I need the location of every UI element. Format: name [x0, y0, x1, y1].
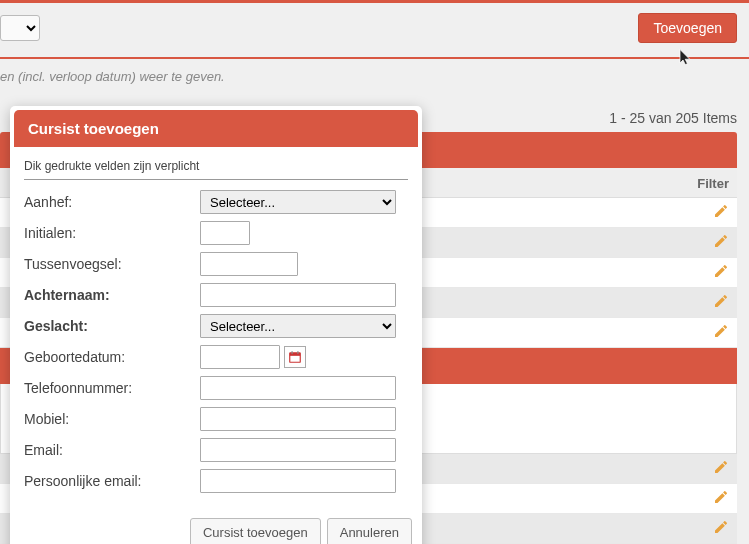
top-select[interactable]	[0, 15, 40, 41]
mobiel-label: Mobiel:	[24, 411, 200, 427]
initialen-input[interactable]	[200, 221, 250, 245]
annuleren-button[interactable]: Annuleren	[327, 518, 412, 544]
email-input[interactable]	[200, 438, 396, 462]
toolbar: Toevoegen	[0, 0, 749, 59]
tussenvoegsel-label: Tussenvoegsel:	[24, 256, 200, 272]
svg-rect-2	[292, 351, 293, 354]
achternaam-label: Achternaam:	[24, 287, 200, 303]
mobiel-input[interactable]	[200, 407, 396, 431]
persoonlijke-email-label: Persoonlijke email:	[24, 473, 200, 489]
instruction-text: en (incl. verloop datum) weer te geven.	[0, 59, 749, 110]
achternaam-input[interactable]	[200, 283, 396, 307]
svg-rect-1	[290, 353, 301, 356]
edit-icon[interactable]	[713, 263, 729, 282]
dialog-title: Cursist toevoegen	[14, 110, 418, 147]
email-label: Email:	[24, 442, 200, 458]
telefoon-input[interactable]	[200, 376, 396, 400]
geboortedatum-label: Geboortedatum:	[24, 349, 200, 365]
edit-icon[interactable]	[713, 233, 729, 252]
calendar-icon[interactable]	[284, 346, 306, 368]
dialog-required-note: Dik gedrukte velden zijn verplicht	[24, 159, 408, 180]
toevoegen-button[interactable]: Toevoegen	[638, 13, 737, 43]
edit-icon[interactable]	[713, 519, 729, 538]
initialen-label: Initialen:	[24, 225, 200, 241]
cursist-toevoegen-submit-button[interactable]: Cursist toevoegen	[190, 518, 321, 544]
edit-icon[interactable]	[713, 323, 729, 342]
edit-icon[interactable]	[713, 293, 729, 312]
edit-icon[interactable]	[713, 489, 729, 508]
cursist-toevoegen-dialog: Cursist toevoegen Dik gedrukte velden zi…	[10, 106, 422, 544]
aanhef-label: Aanhef:	[24, 194, 200, 210]
aanhef-select[interactable]: Selecteer...	[200, 190, 396, 214]
geslacht-select[interactable]: Selecteer...	[200, 314, 396, 338]
edit-icon[interactable]	[713, 203, 729, 222]
svg-rect-3	[297, 351, 298, 354]
telefoon-label: Telefoonnummer:	[24, 380, 200, 396]
tussenvoegsel-input[interactable]	[200, 252, 298, 276]
geslacht-label: Geslacht:	[24, 318, 200, 334]
persoonlijke-email-input[interactable]	[200, 469, 396, 493]
filter-label: Filter	[697, 176, 729, 191]
edit-icon[interactable]	[713, 459, 729, 478]
geboortedatum-input[interactable]	[200, 345, 280, 369]
